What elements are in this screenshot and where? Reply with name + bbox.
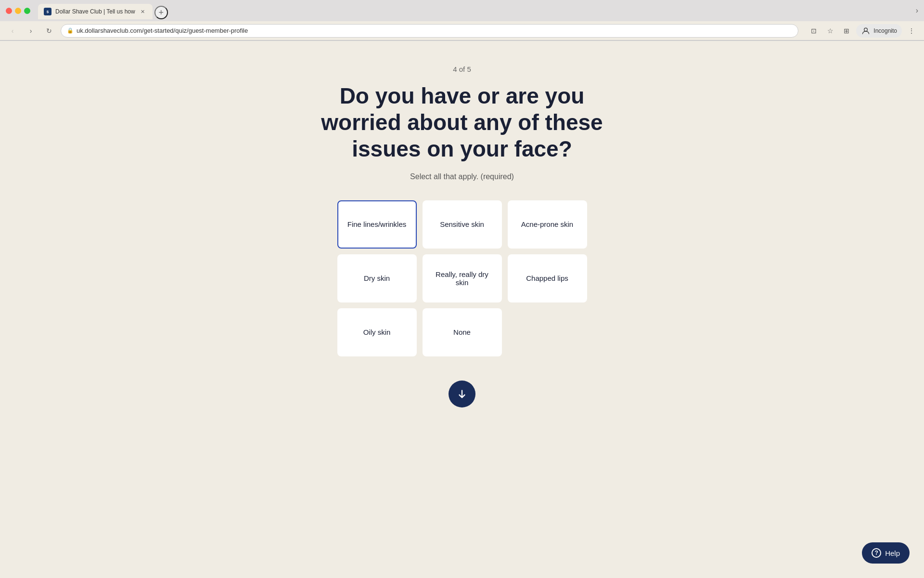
browser-chrome: $ Dollar Shave Club | Tell us how ✕ + › … [0,0,924,41]
option-card-sensitive-skin[interactable]: Sensitive skin [423,200,502,249]
tab-title: Dollar Shave Club | Tell us how [55,8,135,15]
help-label: Help [885,549,900,557]
option-card-acne-prone[interactable]: Acne-prone skin [508,200,587,249]
minimize-window-button[interactable] [15,8,21,14]
incognito-button[interactable]: Incognito [856,24,902,38]
help-icon: ? [872,548,881,558]
step-indicator: 4 of 5 [453,65,471,73]
help-button[interactable]: ? Help [862,542,910,564]
arrow-down-icon [457,389,467,399]
tab-favicon: $ [44,8,51,15]
address-bar: ‹ › ↻ 🔒 uk.dollarshaveclub.com/get-start… [0,21,924,40]
question-title: Do you have or are you worried about any… [318,83,606,163]
option-card-chapped-lips[interactable]: Chapped lips [508,254,587,302]
url-text: uk.dollarshaveclub.com/get-started/quiz/… [77,27,792,34]
close-window-button[interactable] [6,8,12,14]
cast-button[interactable]: ⊡ [807,24,821,38]
maximize-window-button[interactable] [24,8,30,14]
option-card-none[interactable]: None [423,308,502,356]
incognito-icon [861,26,871,36]
window-controls [6,8,30,14]
new-tab-button[interactable]: + [154,6,168,19]
option-card-really-dry-skin[interactable]: Really, really dry skin [423,254,502,302]
title-bar: $ Dollar Shave Club | Tell us how ✕ + › [0,0,924,21]
bookmark-button[interactable]: ☆ [823,24,837,38]
forward-button[interactable]: › [24,24,38,38]
reload-button[interactable]: ↻ [42,24,56,38]
back-button[interactable]: ‹ [6,24,19,38]
incognito-label: Incognito [873,27,897,34]
lock-icon: 🔒 [67,27,74,34]
extension-button[interactable]: ⊞ [840,24,853,38]
menu-button[interactable]: ⋮ [905,24,918,38]
option-card-oily-skin[interactable]: Oily skin [337,308,417,356]
url-bar[interactable]: 🔒 uk.dollarshaveclub.com/get-started/qui… [61,24,798,38]
subtitle: Select all that apply. (required) [410,172,514,181]
main-content: 4 of 5 Do you have or are you worried ab… [0,41,924,561]
browser-actions: ⊡ ☆ ⊞ Incognito ⋮ [807,24,918,38]
options-grid: Fine lines/wrinklesSensitive skinAcne-pr… [337,200,587,356]
tab-overflow-icon: › [916,6,918,15]
option-card-fine-lines[interactable]: Fine lines/wrinkles [337,200,417,249]
submit-button[interactable] [449,381,475,407]
option-card-dry-skin[interactable]: Dry skin [337,254,417,302]
tab-close-button[interactable]: ✕ [139,8,147,15]
svg-point-0 [864,28,868,31]
browser-tab[interactable]: $ Dollar Shave Club | Tell us how ✕ [38,4,153,19]
